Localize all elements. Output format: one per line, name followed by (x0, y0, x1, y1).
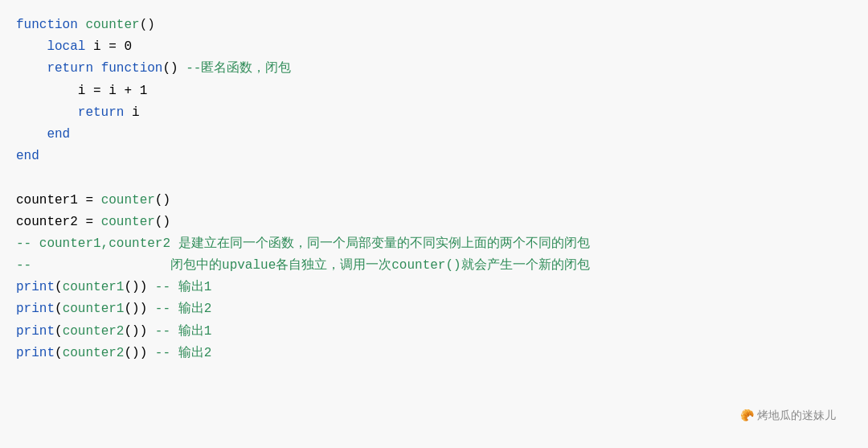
keyword-end-1: end (47, 127, 70, 142)
comment-7: -- 输出2 (155, 346, 211, 360)
counter2-call-1: counter2 (63, 324, 125, 339)
comment-5: -- 输出2 (155, 302, 211, 316)
keyword-print-2: print (16, 302, 55, 316)
func-counter-name: counter (78, 18, 140, 32)
counter-call-2: counter (101, 215, 155, 229)
keyword-function-2: function (101, 61, 163, 76)
keyword-local: local (47, 39, 85, 54)
code-line-2: local i = 0 (16, 36, 852, 58)
code-line-14: print(counter1()) -- 输出2 (16, 298, 852, 320)
keyword-print-3: print (16, 324, 55, 339)
counter1-call-1: counter1 (63, 280, 125, 294)
watermark: 🥐 烤地瓜的迷妹儿 (740, 406, 836, 425)
code-line-1: function counter() (16, 14, 852, 36)
comment-6: -- 输出1 (155, 324, 211, 339)
code-line-9: counter1 = counter() (16, 190, 852, 212)
keyword-end-2: end (16, 149, 39, 163)
keyword-return-2: return (78, 105, 125, 120)
comment-1: --匿名函数，闭包 (186, 61, 291, 76)
code-line-7: end (16, 146, 852, 167)
keyword-return-1: return (47, 61, 93, 76)
code-line-6: end (16, 124, 852, 146)
code-line-5: return i (16, 102, 852, 124)
code-line-13: print(counter1()) -- 输出1 (16, 277, 852, 298)
keyword-print-1: print (16, 280, 55, 294)
code-line-3: return function() --匿名函数，闭包 (16, 58, 852, 80)
keyword-print-4: print (16, 346, 55, 360)
code-block: function counter() local i = 0 return fu… (0, 0, 868, 448)
comment-4: -- 输出1 (155, 280, 211, 294)
code-line-15: print(counter2()) -- 输出1 (16, 321, 852, 343)
keyword-function-1: function (16, 18, 78, 32)
blank-line-1 (16, 167, 852, 189)
paren-1: () (140, 18, 155, 32)
code-line-12: -- 闭包中的upvalue各自独立，调用一次counter()就会产生一个新的… (16, 255, 852, 277)
code-line-11: -- counter1,counter2 是建立在同一个函数，同一个局部变量的不… (16, 233, 852, 255)
code-line-4: i = i + 1 (16, 80, 852, 102)
counter2-call-2: counter2 (63, 346, 125, 360)
code-line-10: counter2 = counter() (16, 212, 852, 233)
comment-3: -- 闭包中的upvalue各自独立，调用一次counter()就会产生一个新的… (16, 258, 590, 273)
counter1-call-2: counter1 (63, 302, 125, 316)
comment-2: -- counter1,counter2 是建立在同一个函数，同一个局部变量的不… (16, 236, 590, 251)
code-line-16: print(counter2()) -- 输出2 (16, 343, 852, 364)
counter-call-1: counter (101, 193, 155, 208)
